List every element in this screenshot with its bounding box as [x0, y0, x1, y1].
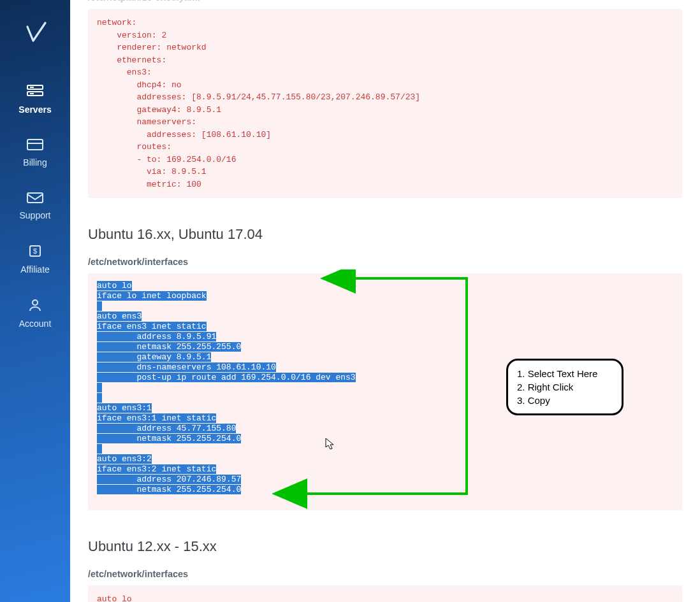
code-block-selected[interactable]: auto lo iface lo inet loopback auto ens3…: [88, 273, 682, 510]
callout-line: 2. Right Click: [517, 380, 613, 394]
svg-rect-1: [27, 92, 43, 96]
code-block-netplan[interactable]: network: version: 2 renderer: networkd e…: [88, 9, 682, 198]
affiliate-icon: $: [0, 243, 70, 261]
svg-text:$: $: [33, 247, 37, 255]
section-heading-ubuntu16: Ubuntu 16.xx, Ubuntu 17.04: [88, 226, 682, 243]
file-path-interfaces-2: /etc/network/interfaces: [88, 569, 682, 579]
sidebar: Servers Billing Support: [0, 0, 70, 602]
sidebar-item-billing[interactable]: Billing: [0, 126, 70, 179]
instruction-callout: 1. Select Text Here 2. Right Click 3. Co…: [506, 359, 623, 415]
callout-line: 3. Copy: [517, 394, 613, 407]
sidebar-item-support[interactable]: Support: [0, 179, 70, 232]
sidebar-item-account[interactable]: Account: [0, 286, 70, 340]
account-icon: [0, 297, 70, 315]
main-content: /etc/netplan/10-ens3.yaml network: versi…: [70, 0, 700, 602]
sidebar-item-label: Affiliate: [20, 264, 50, 275]
file-path-netplan: /etc/netplan/10-ens3.yaml: [88, 0, 682, 3]
sidebar-item-label: Servers: [18, 104, 51, 115]
sidebar-item-servers[interactable]: Servers: [0, 72, 70, 126]
callout-line: 1. Select Text Here: [517, 367, 613, 380]
billing-icon: [0, 138, 70, 154]
section-heading-ubuntu12: Ubuntu 12.xx - 15.xx: [88, 538, 682, 555]
sidebar-item-label: Billing: [23, 157, 47, 168]
svg-point-9: [33, 300, 38, 305]
file-path-interfaces-1: /etc/network/interfaces: [88, 257, 682, 267]
nav-list: Servers Billing Support: [0, 72, 70, 340]
sidebar-item-label: Account: [19, 319, 52, 329]
code-block-ubuntu12[interactable]: auto lo iface lo inet loopback: [88, 585, 682, 602]
servers-icon: [0, 83, 70, 101]
svg-rect-4: [27, 140, 43, 150]
svg-rect-0: [27, 85, 43, 89]
logo: [24, 22, 47, 47]
sidebar-item-label: Support: [19, 210, 50, 220]
sidebar-item-affiliate[interactable]: $ Affiliate: [0, 232, 70, 286]
support-icon: [0, 190, 70, 206]
svg-rect-6: [27, 193, 43, 203]
